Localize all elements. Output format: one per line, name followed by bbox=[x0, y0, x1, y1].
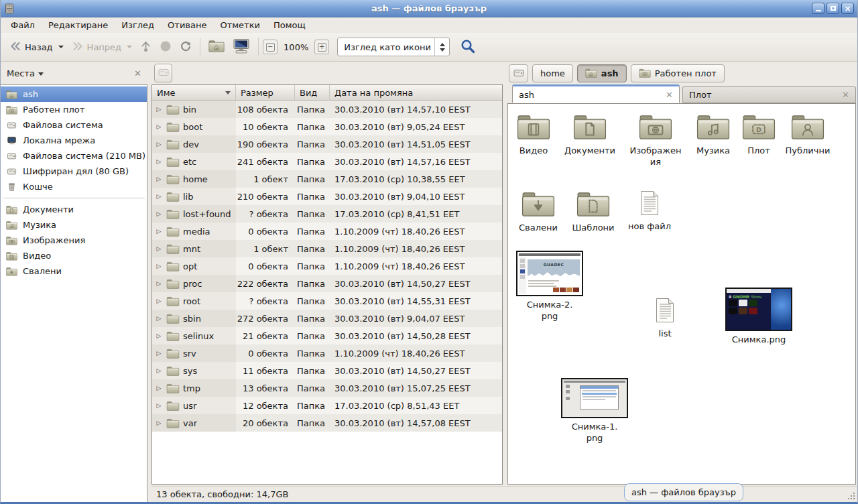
zoom-in-button[interactable]: + bbox=[314, 40, 329, 54]
tree-row[interactable]: ▷boot10 обектаПапка30.03.2010 (вт) 9,05,… bbox=[152, 118, 502, 135]
icon-item-Снимка-2.png[interactable]: GUADECСнимка-2.png bbox=[515, 251, 585, 322]
sidebar-header-label[interactable]: Места bbox=[7, 68, 35, 78]
expander-icon[interactable]: ▷ bbox=[155, 176, 163, 182]
path-button-ash[interactable]: ash bbox=[577, 64, 627, 82]
sidebar-item[interactable]: Свалени bbox=[1, 263, 147, 279]
tree-row[interactable]: ▷etc241 обектаПапка30.03.2010 (вт) 14,57… bbox=[152, 153, 502, 170]
expander-icon[interactable]: ▷ bbox=[155, 350, 163, 357]
expander-icon[interactable]: ▷ bbox=[155, 420, 163, 426]
expander-icon[interactable]: ▷ bbox=[155, 385, 163, 391]
sidebar-item[interactable]: Музика bbox=[1, 217, 147, 233]
tab-ash[interactable]: ash✕ bbox=[512, 84, 680, 103]
chevron-down-icon[interactable] bbox=[38, 72, 44, 76]
icon-item-Публични[interactable]: Публични bbox=[777, 113, 839, 157]
icon-item-нов-файл[interactable]: нов файл bbox=[623, 190, 676, 233]
reload-button[interactable] bbox=[176, 37, 196, 58]
back-button[interactable]: Назад bbox=[5, 38, 68, 57]
expander-icon[interactable]: ▷ bbox=[155, 193, 163, 200]
expander-icon[interactable]: ▷ bbox=[155, 332, 163, 339]
sidebar-item[interactable]: Изображения bbox=[1, 233, 147, 248]
back-dropdown-icon[interactable] bbox=[58, 46, 64, 48]
tree-row[interactable]: ▷tmp13 обектаПапка30.03.2010 (вт) 15,07,… bbox=[152, 379, 502, 397]
expander-icon[interactable]: ▷ bbox=[155, 228, 163, 235]
menu-item-Отиване[interactable]: Отиване bbox=[161, 19, 213, 32]
view-mode-spinner[interactable] bbox=[434, 38, 449, 56]
icon-item-Видео[interactable]: Видео bbox=[507, 113, 564, 157]
expander-icon[interactable]: ▷ bbox=[155, 106, 163, 113]
path-button[interactable] bbox=[509, 64, 528, 82]
pane-splitter[interactable] bbox=[503, 62, 507, 486]
sidebar-item[interactable]: Кошче bbox=[1, 179, 147, 194]
tree-row[interactable]: ▷lib210 обектаПапка30.03.2010 (вт) 9,04,… bbox=[152, 188, 502, 205]
tree-row[interactable]: ▷media0 обектаПапка1.10.2009 (чт) 18,40,… bbox=[152, 223, 502, 240]
icon-item-Шаблони[interactable]: Шаблони bbox=[562, 190, 624, 234]
tree-row[interactable]: ▷home1 обектПапка17.03.2010 (ср) 10,38,5… bbox=[152, 170, 502, 188]
tree-row[interactable]: ▷usr12 обектаПапка17.03.2010 (ср) 8,51,4… bbox=[152, 397, 502, 414]
tree-row[interactable]: ▷var20 обектаПапка30.03.2010 (вт) 14,57,… bbox=[152, 414, 502, 432]
sidebar-item[interactable]: Локална мрежа bbox=[1, 133, 147, 148]
expander-icon[interactable]: ▷ bbox=[155, 158, 163, 165]
expander-icon[interactable]: ▷ bbox=[155, 263, 163, 269]
icon-item-Снимка.png[interactable]: ☬ GNOME StoreСнимка.png bbox=[724, 288, 794, 346]
tree-row[interactable]: ▷mnt1 обектПапка1.10.2009 (чт) 18,40,26 … bbox=[152, 240, 502, 257]
tree-row[interactable]: ▷opt0 обектаПапка1.10.2009 (чт) 18,40,26… bbox=[152, 257, 502, 275]
sidebar-item[interactable]: Видео bbox=[1, 248, 147, 263]
sidebar-close-icon[interactable]: ✕ bbox=[134, 68, 141, 78]
tree-row[interactable]: ▷bin108 обектаПапка30.03.2010 (вт) 14,57… bbox=[152, 101, 502, 118]
sidebar-item[interactable]: DРаботен плот bbox=[1, 102, 147, 117]
tree-row[interactable]: ▷sys11 обектаПапка30.03.2010 (вт) 14,50,… bbox=[152, 362, 502, 379]
icon-item-Документи[interactable]: Документи bbox=[559, 113, 621, 157]
tree-row[interactable]: ▷dev190 обектаПапка30.03.2010 (вт) 14,51… bbox=[152, 135, 502, 153]
zoom-out-button[interactable]: − bbox=[263, 40, 278, 54]
tree-row[interactable]: ▷srv0 обектаПапка1.10.2009 (чт) 18,40,26… bbox=[152, 344, 502, 362]
home-button[interactable] bbox=[204, 36, 229, 58]
minimize-button[interactable] bbox=[812, 3, 824, 14]
menu-item-Изглед[interactable]: Изглед bbox=[115, 19, 161, 32]
expander-icon[interactable]: ▷ bbox=[155, 315, 163, 322]
resize-grip[interactable] bbox=[847, 492, 855, 500]
computer-button[interactable] bbox=[229, 35, 254, 60]
expander-icon[interactable]: ▷ bbox=[155, 298, 163, 304]
expander-icon[interactable]: ▷ bbox=[155, 245, 163, 252]
tab-close-icon[interactable]: ✕ bbox=[666, 90, 673, 100]
path-button-home[interactable]: home bbox=[532, 64, 573, 82]
column-header-Дата на промяна[interactable]: Дата на промяна bbox=[330, 85, 502, 100]
icon-item-list[interactable]: list bbox=[638, 298, 692, 340]
tree-row[interactable]: ▷sbin272 обектаПапка30.03.2010 (вт) 9,04… bbox=[152, 310, 502, 327]
expander-icon[interactable]: ▷ bbox=[155, 280, 163, 287]
maximize-button[interactable] bbox=[826, 3, 839, 14]
tree-row[interactable]: ▷proc222 обектаПапка30.03.2010 (вт) 14,5… bbox=[152, 275, 502, 292]
search-button[interactable] bbox=[456, 36, 479, 59]
expander-icon[interactable]: ▷ bbox=[155, 402, 163, 409]
path-button-Работен плот[interactable]: DРаботен плот bbox=[631, 64, 725, 82]
menu-item-Файл[interactable]: Файл bbox=[4, 19, 42, 32]
menu-item-Помощ[interactable]: Помощ bbox=[267, 19, 312, 32]
icon-item-Снимка-1.png[interactable]: Снимка-1.png bbox=[560, 378, 629, 444]
icon-item-Свалени[interactable]: Свалени bbox=[507, 190, 569, 234]
tree-row[interactable]: ▷selinux21 обектаПапка30.03.2010 (вт) 14… bbox=[152, 327, 502, 344]
sidebar-item[interactable]: ash bbox=[1, 86, 147, 102]
sidebar-item[interactable]: Файлова система (210 MB) bbox=[1, 148, 147, 164]
tab-Плот[interactable]: Плот✕ bbox=[682, 86, 856, 103]
close-button[interactable]: × bbox=[841, 3, 854, 14]
tree-row[interactable]: ▷lost+found? обектаПапка17.03.2010 (ср) … bbox=[152, 205, 502, 223]
view-mode-select[interactable]: Изглед като икони bbox=[337, 38, 450, 56]
icon-item-Изображения[interactable]: Изображения bbox=[625, 113, 686, 168]
expander-icon[interactable]: ▷ bbox=[155, 367, 163, 374]
sidebar-item[interactable]: Шифриран дял (80 GB) bbox=[1, 164, 147, 179]
sidebar-item[interactable]: Файлова система bbox=[1, 117, 147, 133]
expander-icon[interactable]: ▷ bbox=[155, 210, 163, 217]
column-header-Име[interactable]: Име bbox=[152, 85, 236, 100]
menu-item-Отметки[interactable]: Отметки bbox=[213, 19, 266, 32]
sidebar-item[interactable]: Документи bbox=[1, 202, 147, 217]
up-button[interactable] bbox=[136, 37, 156, 58]
expander-icon[interactable]: ▷ bbox=[155, 123, 163, 130]
column-header-Вид[interactable]: Вид bbox=[295, 85, 330, 100]
column-header-Размер[interactable]: Размер bbox=[236, 85, 295, 100]
menu-item-Редактиране[interactable]: Редактиране bbox=[42, 19, 115, 32]
forward-button[interactable]: Напред bbox=[68, 38, 136, 57]
expander-icon[interactable]: ▷ bbox=[155, 141, 163, 147]
tab-close-icon[interactable]: ✕ bbox=[842, 90, 849, 100]
location-drive-button[interactable] bbox=[154, 64, 172, 82]
stop-button[interactable] bbox=[156, 37, 176, 58]
